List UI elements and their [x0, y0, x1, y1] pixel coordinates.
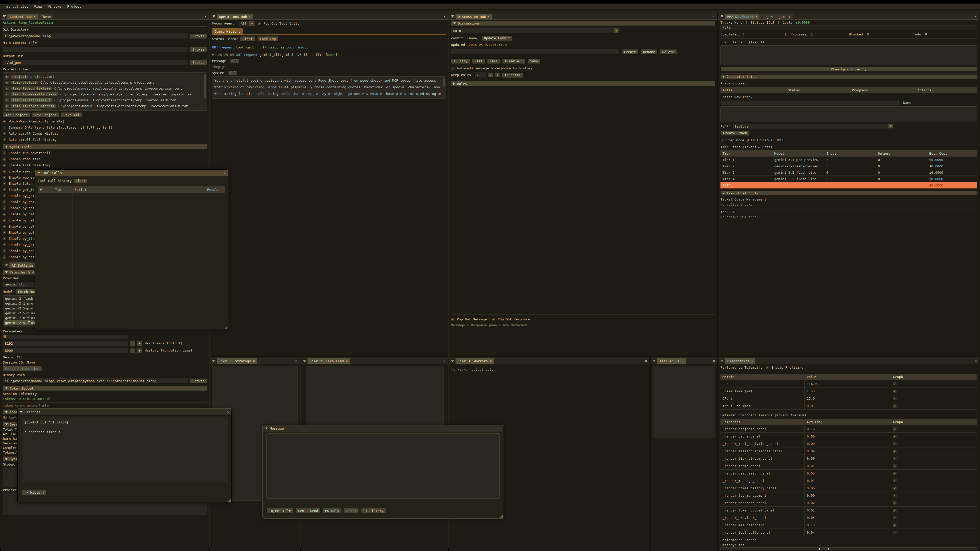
panel-close-icon[interactable]: ✕ — [711, 359, 717, 363]
remove-file-button[interactable]: x — [5, 80, 9, 85]
graph-checkbox-icon[interactable] — [893, 427, 897, 431]
autoadd-checkbox-row[interactable]: Auto-add message & response to history — [451, 66, 715, 71]
panel-close-icon[interactable]: ✕ — [202, 14, 208, 18]
binary-browse-button[interactable]: Browse — [190, 378, 207, 384]
panel-close-icon[interactable]: ✕ — [441, 14, 447, 18]
enable-profiling-checkbox[interactable]: Enable Profiling — [765, 365, 803, 370]
project-file-badge[interactable]: temp_liveexecutionsim — [11, 104, 56, 108]
checkbox-icon[interactable] — [451, 66, 455, 70]
checkbox-icon[interactable] — [258, 22, 261, 25]
tab-comms-history[interactable]: Comms History — [212, 28, 243, 35]
graph-checkbox-icon[interactable] — [893, 486, 897, 490]
git-browse-button[interactable]: Browse — [190, 33, 207, 39]
keep-pairs-plus-button[interactable]: + — [495, 73, 501, 78]
resize-grip[interactable] — [500, 514, 503, 518]
tab-tier4[interactable]: Tier 4: QA✕ — [657, 358, 686, 364]
checkbox-icon[interactable] — [3, 188, 6, 192]
project-file-row[interactable]: x temp_livetoolssim * C:\projects\manual… — [5, 97, 203, 103]
discussion-name-input[interactable] — [451, 49, 619, 55]
remove-file-button[interactable]: x — [5, 98, 9, 102]
tool-history-clear-button[interactable]: Clear — [74, 178, 87, 183]
window-menu-icon[interactable] — [211, 14, 216, 19]
project-file-row[interactable]: x temp_liveexecutionsim C:\projects\manu… — [5, 103, 203, 109]
project-file-badge[interactable]: temp_liveaisettingssim — [11, 92, 58, 97]
rename-discussion-button[interactable]: Rename — [641, 49, 658, 55]
graph-checkbox-icon[interactable] — [893, 523, 897, 527]
keep-pairs-input[interactable]: 2 — [474, 72, 486, 78]
agent-tools-header[interactable]: Agent Tools — [3, 144, 207, 149]
graph-checkbox-icon[interactable] — [893, 472, 897, 475]
graph-checkbox-icon[interactable] — [893, 382, 897, 386]
conductor-setup-header[interactable]: Conductor Setup — [721, 75, 977, 79]
tab-tier1[interactable]: Tier 1: Strategy✕ — [217, 358, 257, 364]
checkbox-icon[interactable] — [3, 182, 6, 186]
agent-tool-checkbox-row[interactable]: Enable list_directory — [3, 163, 207, 168]
history-action-button[interactable]: Save — [528, 59, 541, 64]
graph-checkbox-icon[interactable] — [893, 508, 897, 512]
graph-checkbox-icon[interactable] — [893, 404, 897, 408]
tab-discussion-hub[interactable]: Discussion Hub✕ — [455, 14, 492, 19]
checkbox-icon[interactable] — [3, 163, 6, 167]
project-action-button[interactable]: New Project — [32, 112, 59, 118]
git-directory-input[interactable]: C:\projects\manual_slop — [3, 33, 188, 39]
panel-close-icon[interactable]: ✕ — [293, 359, 299, 363]
panel-close-icon[interactable]: ✕ — [441, 359, 447, 363]
tab-close-icon[interactable]: ✕ — [751, 359, 753, 363]
tier4-output-box[interactable] — [652, 366, 715, 437]
remove-file-button[interactable]: x — [5, 104, 9, 108]
max-tokens-plus-button[interactable]: + — [137, 341, 142, 346]
graph-checkbox-icon[interactable] — [893, 449, 897, 453]
tab-close-icon[interactable]: ✕ — [34, 15, 35, 18]
truncate-button[interactable]: Truncate — [502, 73, 523, 78]
max-tokens-input[interactable]: 8192 — [3, 341, 129, 346]
window-menu-icon[interactable] — [719, 358, 724, 363]
history-action-button[interactable]: -All — [472, 59, 485, 64]
checkbox-icon[interactable] — [3, 194, 6, 198]
window-menu-icon[interactable] — [4, 262, 9, 268]
graph-checkbox-icon[interactable] — [893, 464, 897, 468]
create-discussion-button[interactable]: Create — [621, 49, 638, 55]
tab-log-management[interactable]: Log Management — [760, 14, 793, 19]
history-action-button[interactable]: Clear All — [502, 59, 525, 64]
checkbox-icon[interactable] — [3, 119, 6, 123]
checkbox-icon[interactable] — [765, 365, 769, 369]
checkbox-icon[interactable] — [3, 237, 6, 241]
reset-cli-session-button[interactable]: Reset CLI Session — [3, 366, 42, 372]
graph-checkbox-icon[interactable] — [893, 434, 897, 438]
checkbox-icon[interactable] — [3, 249, 6, 253]
tab-tier2[interactable]: Tier 2: Tech Lead✕ — [307, 358, 350, 364]
tab-tier3[interactable]: Tier 3: Workers✕ — [455, 358, 494, 364]
project-file-badge[interactable]: temp_project — [11, 80, 38, 85]
chevron-down-icon[interactable] — [888, 124, 893, 128]
tab-close-icon[interactable]: ✕ — [681, 359, 683, 363]
message-action-button[interactable]: Gen + Send — [296, 508, 321, 513]
history-truncation-plus-button[interactable]: + — [137, 348, 142, 353]
message-action-button[interactable]: -> History — [361, 508, 386, 513]
system-prompt-scrollbar[interactable] — [443, 78, 445, 86]
collapse-arrow-icon[interactable] — [20, 411, 22, 413]
checkbox-icon[interactable] — [3, 157, 6, 161]
project-file-row[interactable]: x temp_liveaisettingssim C:\projects\man… — [5, 91, 203, 97]
checkbox-icon[interactable] — [3, 230, 6, 234]
project-file-row[interactable]: x project project.toml — [5, 74, 203, 79]
main-context-input[interactable] — [3, 46, 188, 52]
plan-epic-button[interactable]: Plan Epic (Tier 1) — [721, 67, 977, 72]
message-action-button[interactable]: Inject File — [266, 508, 293, 513]
option-checkbox-row[interactable]: Auto-scroll Tool History — [3, 137, 207, 142]
output-dir-browse-button[interactable]: Browse — [190, 60, 207, 65]
option-checkbox-row[interactable]: Summary Only (send file structure, not f… — [3, 125, 207, 130]
popout-toolcalls-checkbox[interactable]: Pop Out Tool Calls — [258, 21, 299, 26]
epic-planning-textarea[interactable] — [721, 45, 977, 65]
window-menu-icon[interactable] — [211, 358, 216, 363]
checkbox-icon[interactable] — [3, 151, 6, 155]
roles-header[interactable]: Roles — [451, 81, 715, 86]
window-close-icon[interactable]: ✕ — [224, 171, 226, 175]
graph-checkbox-icon[interactable] — [893, 457, 897, 460]
history-action-button[interactable]: + Entry — [451, 59, 470, 64]
chevron-down-icon[interactable] — [614, 28, 619, 33]
popout-response-checkbox[interactable]: Pop Out Response — [492, 317, 530, 322]
comms-entry-row[interactable]: #1 20:25:09 OUT request gemini_cli/gemin… — [212, 53, 446, 57]
response-titlebar[interactable]: Response ✕ — [18, 409, 231, 416]
tab-mma-dashboard[interactable]: MMA Dashboard✕ — [725, 14, 759, 19]
delete-discussion-button[interactable]: Delete — [660, 49, 677, 55]
